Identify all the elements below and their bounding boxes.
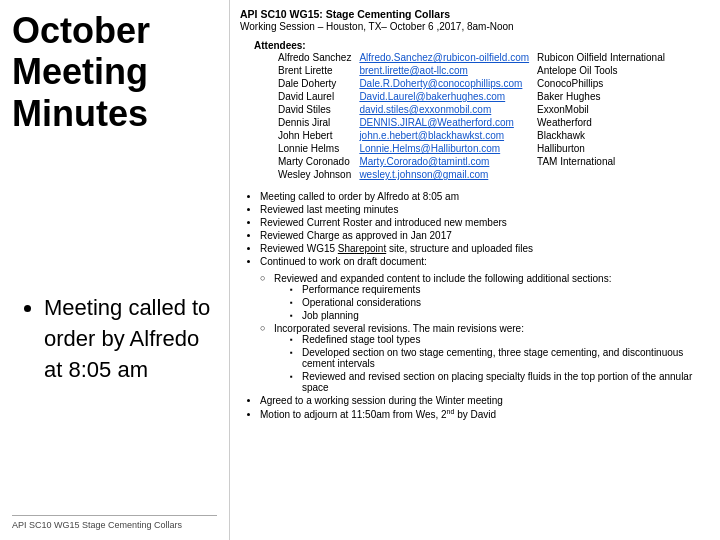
attendee-org: Baker Hughes bbox=[533, 90, 669, 103]
sub-square-list-1: Performance requirementsOperational cons… bbox=[290, 284, 710, 321]
attendee-name: John Hebert bbox=[274, 129, 355, 142]
attendee-org: ExxonMobil bbox=[533, 103, 669, 116]
attendee-email[interactable]: Alfredo.Sanchez@rubicon-oilfield.com bbox=[355, 51, 533, 64]
attendee-org: ConocoPhillips bbox=[533, 77, 669, 90]
attendee-email[interactable]: david.stiles@exxonmobil.com bbox=[355, 103, 533, 116]
attendees-label: Attendees: bbox=[254, 40, 306, 51]
attendee-name: Dale Doherty bbox=[274, 77, 355, 90]
sub-circle-list-1: Reviewed and expanded content to include… bbox=[260, 273, 710, 393]
sub-circle-item-2: Incorporated several revisions. The main… bbox=[260, 323, 710, 393]
attendee-org: TAM International bbox=[533, 155, 669, 168]
attendee-org: Antelope Oil Tools bbox=[533, 64, 669, 77]
motion-bullet: Meeting called to order by Alfredo at 8:… bbox=[44, 293, 217, 385]
attendee-row: Alfredo Sanchez Alfredo.Sanchez@rubicon-… bbox=[274, 51, 669, 64]
attendees-table: Alfredo Sanchez Alfredo.Sanchez@rubicon-… bbox=[274, 51, 669, 181]
attendee-email[interactable]: wesley.t.johnson@gmail.com bbox=[355, 168, 533, 181]
right-panel: API SC10 WG15: Stage Cementing Collars W… bbox=[230, 0, 720, 540]
document-subtitle: Working Session – Houston, TX– October 6… bbox=[240, 21, 710, 32]
attendee-name: David Stiles bbox=[274, 103, 355, 116]
attendee-name: Alfredo Sanchez bbox=[274, 51, 355, 64]
final-bullet-item: Motion to adjourn at 11:50am from Wes, 2… bbox=[260, 408, 710, 420]
main-bullet-list: Meeting called to order by Alfredo at 8:… bbox=[260, 191, 710, 267]
attendee-org: Weatherford bbox=[533, 116, 669, 129]
sub-sq-item: Operational considerations bbox=[290, 297, 710, 308]
footer-text: API SC10 WG15 Stage Cementing Collars bbox=[12, 515, 217, 530]
page-title: OctoberMeetingMinutes bbox=[12, 10, 217, 134]
attendee-row: David Stiles david.stiles@exxonmobil.com… bbox=[274, 103, 669, 116]
attendee-name: Dennis Jiral bbox=[274, 116, 355, 129]
sub-sq-item: Job planning bbox=[290, 310, 710, 321]
main-bullet-item: Continued to work on draft document: bbox=[260, 256, 710, 267]
attendee-row: John Hebert john.e.hebert@blackhawkst.co… bbox=[274, 129, 669, 142]
attendee-email[interactable]: David.Laurel@bakerhughes.com bbox=[355, 90, 533, 103]
main-bullet-item: Meeting called to order by Alfredo at 8:… bbox=[260, 191, 710, 202]
document-title: API SC10 WG15: Stage Cementing Collars bbox=[240, 8, 710, 20]
attendee-org bbox=[533, 168, 669, 181]
bullet-section: Meeting called to order by Alfredo at 8:… bbox=[12, 293, 217, 385]
attendee-email[interactable]: Dale.R.Doherty@conocophillips.com bbox=[355, 77, 533, 90]
attendee-row: Dennis Jiral DENNIS.JIRAL@Weatherford.co… bbox=[274, 116, 669, 129]
sub-sq-item: Performance requirements bbox=[290, 284, 710, 295]
attendee-row: Marty Coronado Marty.Cororado@tamintl.co… bbox=[274, 155, 669, 168]
attendee-name: David Laurel bbox=[274, 90, 355, 103]
attendee-org: Halliburton bbox=[533, 142, 669, 155]
final-bullet-list: Agreed to a working session during the W… bbox=[260, 395, 710, 420]
sub-sq-item: Redefined stage tool types bbox=[290, 334, 710, 345]
attendee-row: Dale Doherty Dale.R.Doherty@conocophilli… bbox=[274, 77, 669, 90]
sub-sq-item: Developed section on two stage cementing… bbox=[290, 347, 710, 369]
attendee-email[interactable]: john.e.hebert@blackhawkst.com bbox=[355, 129, 533, 142]
sub-square-list-2: Redefined stage tool typesDeveloped sect… bbox=[290, 334, 710, 393]
main-bullet-item: Reviewed Charge as approved in Jan 2017 bbox=[260, 230, 710, 241]
main-bullet-item: Reviewed WG15 Sharepoint site, structure… bbox=[260, 243, 710, 254]
attendee-email[interactable]: DENNIS.JIRAL@Weatherford.com bbox=[355, 116, 533, 129]
final-bullet-item: Agreed to a working session during the W… bbox=[260, 395, 710, 406]
main-bullet-item: Reviewed last meeting minutes bbox=[260, 204, 710, 215]
attendee-email[interactable]: brent.lirette@aot-llc.com bbox=[355, 64, 533, 77]
attendee-email[interactable]: Lonnie.Helms@Halliburton.com bbox=[355, 142, 533, 155]
main-bullet-item: Reviewed Current Roster and introduced n… bbox=[260, 217, 710, 228]
attendee-name: Marty Coronado bbox=[274, 155, 355, 168]
attendee-org: Rubicon Oilfield International bbox=[533, 51, 669, 64]
attendee-row: David Laurel David.Laurel@bakerhughes.co… bbox=[274, 90, 669, 103]
attendee-name: Brent Lirette bbox=[274, 64, 355, 77]
attendee-row: Brent Lirette brent.lirette@aot-llc.com … bbox=[274, 64, 669, 77]
attendee-row: Lonnie Helms Lonnie.Helms@Halliburton.co… bbox=[274, 142, 669, 155]
attendee-name: Wesley Johnson bbox=[274, 168, 355, 181]
left-panel: OctoberMeetingMinutes Meeting called to … bbox=[0, 0, 230, 540]
attendee-row: Wesley Johnson wesley.t.johnson@gmail.co… bbox=[274, 168, 669, 181]
sub-sq-item: Reviewed and revised section on placing … bbox=[290, 371, 710, 393]
attendee-name: Lonnie Helms bbox=[274, 142, 355, 155]
attendee-email[interactable]: Marty.Cororado@tamintl.com bbox=[355, 155, 533, 168]
sub-circle-item-1: Reviewed and expanded content to include… bbox=[260, 273, 710, 321]
attendee-org: Blackhawk bbox=[533, 129, 669, 142]
